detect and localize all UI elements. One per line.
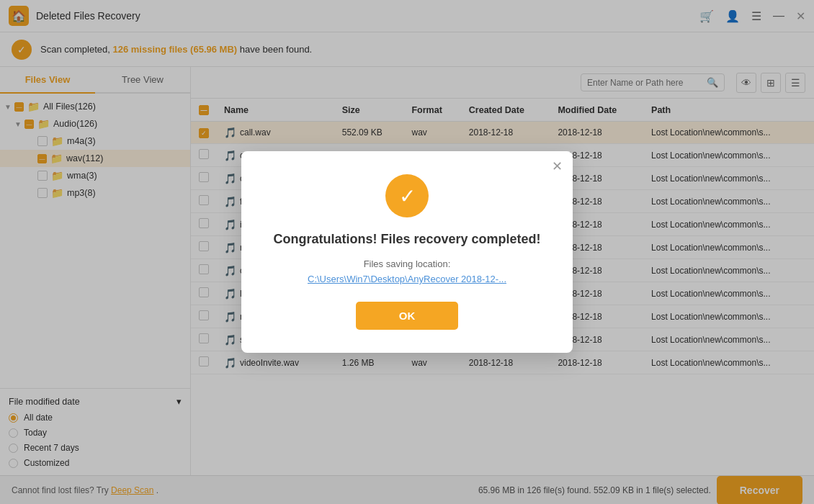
modal-success-icon: ✓ [385, 174, 429, 217]
modal-ok-button[interactable]: OK [356, 302, 459, 330]
modal-overlay: ✕ ✓ Congratulations! Files recovery comp… [0, 0, 814, 504]
success-modal: ✕ ✓ Congratulations! Files recovery comp… [241, 151, 573, 353]
modal-close-button[interactable]: ✕ [552, 160, 563, 173]
modal-subtitle: Files saving location: [270, 258, 544, 269]
modal-path-link[interactable]: C:\Users\Win7\Desktop\AnyRecover 2018-12… [270, 274, 544, 284]
modal-title: Congratulations! Files recovery complete… [270, 232, 544, 247]
